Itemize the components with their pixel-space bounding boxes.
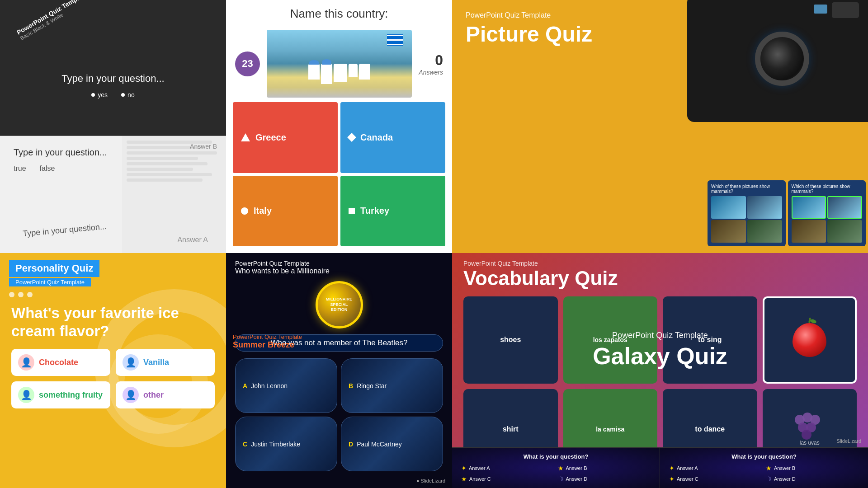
- greece-number: 23: [235, 52, 260, 76]
- turkey-label: Turkey: [360, 206, 389, 216]
- mammal-card-1: Which of these pictures show mammals?: [708, 180, 786, 246]
- cell-millionaire: PowerPoint Quiz Template Who wants to be…: [226, 253, 452, 488]
- personality-subtitle: PowerPoint Quiz Template: [9, 278, 91, 286]
- millionaire-logo: MILLIONAIRE SPECIAL EDITION: [316, 281, 363, 328]
- galaxy-q1-b: ★ Answer B: [558, 465, 651, 472]
- galaxy-q2-a-text: Answer A: [677, 465, 698, 471]
- italy-label: Italy: [254, 206, 272, 216]
- personality-answer-vanilla[interactable]: 👤 Vanilla: [116, 349, 215, 376]
- shark-img: [747, 196, 782, 219]
- galaxy-q1-a-text: Answer A: [469, 465, 490, 471]
- picture-quiz-small-title: PowerPoint Quiz Template: [466, 11, 692, 19]
- galaxy-q2-a: ✦ Answer A: [669, 465, 762, 472]
- mill-answer-a[interactable]: A John Lennon: [235, 358, 337, 413]
- other-label: other: [143, 390, 164, 400]
- answer-canada[interactable]: Canada: [340, 102, 445, 173]
- cell-picture-quiz: PowerPoint Quiz Template Picture Quiz Wh…: [452, 0, 868, 253]
- galaxy-title-small: PowerPoint Quiz Template: [612, 331, 708, 340]
- mill-d-text: Paul McCartney: [357, 441, 402, 448]
- mill-answer-c[interactable]: C Justin Timberlake: [235, 417, 337, 471]
- bw-option-yes: yes: [91, 91, 108, 99]
- dolphin-img: [711, 196, 746, 219]
- lizard-unselected: [827, 220, 862, 243]
- dot-3: [27, 292, 33, 297]
- personality-title: Personality Quiz: [9, 260, 99, 277]
- camera-screen: [814, 5, 827, 14]
- star-icon-4: ✦: [669, 465, 675, 472]
- mill-header-text: PowerPoint Quiz Template: [235, 260, 443, 267]
- greece-image: [267, 30, 412, 98]
- mammal-img-grid-1: [711, 196, 782, 243]
- moon-icon-1: ☽: [558, 475, 564, 483]
- greece-header: Name this country:: [226, 0, 452, 28]
- galaxy-q1-title: What is your question?: [461, 453, 651, 460]
- mammal-card-1-title: Which of these pictures show mammals?: [711, 184, 782, 194]
- dot-1: [9, 292, 14, 297]
- mill-letter-c: C: [243, 441, 247, 448]
- galaxy-q1-c-text: Answer C: [469, 476, 491, 482]
- galaxy-q1-a: ✦ Answer A: [461, 465, 554, 472]
- mill-answer-b[interactable]: B Ringo Star: [341, 358, 443, 413]
- circle-icon: [241, 207, 248, 215]
- mammal-img-grid-2: [792, 196, 863, 243]
- shark-selected: [827, 196, 862, 219]
- dot-2: [18, 292, 24, 297]
- galaxy-q2-answers: ✦ Answer A ★ Answer B ✦ Answer C ☽ Answe…: [669, 465, 859, 483]
- personality-answer-chocolate[interactable]: 👤 Chocolate: [11, 349, 110, 376]
- chocolate-label: Chocolate: [39, 358, 78, 367]
- personality-answer-fruity[interactable]: 👤 something fruity: [11, 381, 110, 408]
- star-icon-5: ★: [766, 465, 772, 472]
- avatar-chocolate: 👤: [18, 354, 34, 371]
- galaxy-q1-b-text: Answer B: [566, 465, 587, 471]
- star-icon-2: ★: [558, 465, 564, 472]
- avatar-vanilla: 👤: [123, 354, 139, 371]
- moon-icon-2: ☽: [766, 475, 772, 483]
- square-icon: [349, 208, 355, 214]
- answer-italy[interactable]: Italy: [233, 176, 338, 247]
- galaxy-q2-c: ✦ Answer C: [669, 475, 762, 483]
- greece-label: Greece: [255, 132, 286, 143]
- avatar-fruity: 👤: [18, 387, 34, 403]
- bw-top-panel: PowerPoint Quiz Template Basic Black & W…: [0, 0, 226, 136]
- personality-answer-other[interactable]: 👤 other: [116, 381, 215, 408]
- avatar-other: 👤: [123, 387, 139, 403]
- galaxy-q2-b: ★ Answer B: [766, 465, 859, 472]
- galaxy-main: PowerPoint Quiz Template Galaxy Quiz Sli…: [452, 253, 868, 447]
- summer-subtitle: Summer Breeze: [233, 340, 445, 350]
- answer-turkey[interactable]: Turkey: [340, 176, 445, 247]
- mill-answer-d[interactable]: D Paul McCartney: [341, 417, 443, 471]
- mammal-card-2: Which of these pictures show mammals?: [788, 180, 866, 246]
- mill-header-title: Who wants to be a Millionaire: [235, 267, 443, 275]
- fruity-label: something fruity: [39, 390, 103, 400]
- mammal-cards: Which of these pictures show mammals? Wh…: [705, 178, 868, 249]
- greece-score: 0 Answers: [419, 52, 443, 76]
- greece-title: Name this country:: [235, 7, 443, 21]
- galaxy-q1-c: ★ Answer C: [461, 475, 554, 483]
- millionaire-answers: A John Lennon B Ringo Star C Justin Timb…: [226, 354, 452, 476]
- cell-greece-quiz: Name this country: 23: [226, 0, 452, 253]
- canada-label: Canada: [360, 132, 393, 143]
- diamond-icon: [347, 133, 356, 142]
- greece-content-row: 23: [226, 28, 452, 102]
- bw-option-no: no: [121, 91, 135, 99]
- galaxy-badge: SlideLizard: [837, 438, 861, 444]
- galaxy-q1: What is your question? ✦ Answer A ★ Answ…: [452, 448, 660, 488]
- camera-body: [687, 0, 868, 122]
- galaxy-q1-answers: ✦ Answer A ★ Answer B ★ Answer C ☽ Answe…: [461, 465, 651, 483]
- personality-question-area: What's your favorite ice cream flavor?: [0, 300, 226, 347]
- triangle-icon: [241, 133, 250, 141]
- picture-quiz-camera-area: Which of these pictures show mammals? Wh…: [705, 0, 868, 253]
- galaxy-q2-d: ☽ Answer D: [766, 475, 859, 483]
- cell-galaxy-quiz: PowerPoint Quiz Template Galaxy Quiz Sli…: [452, 253, 868, 488]
- cell-black-white: PowerPoint Quiz Template Basic Black & W…: [0, 0, 226, 253]
- galaxy-q2-title: What is your question?: [669, 453, 859, 460]
- mill-c-text: Justin Timberlake: [251, 441, 300, 448]
- mill-a-text: John Lennon: [251, 382, 288, 389]
- answer-greece[interactable]: Greece: [233, 102, 338, 173]
- mammal-card-2-title: Which of these pictures show mammals?: [792, 184, 863, 194]
- mill-b-text: Ringo Star: [357, 382, 387, 389]
- galaxy-q2: What is your question? ✦ Answer A ★ Answ…: [660, 448, 868, 488]
- personality-answers-grid: 👤 Chocolate 👤 Vanilla 👤 something fruity…: [0, 347, 226, 418]
- galaxy-q1-d: ☽ Answer D: [558, 475, 651, 483]
- bw-text-bg: [122, 136, 226, 253]
